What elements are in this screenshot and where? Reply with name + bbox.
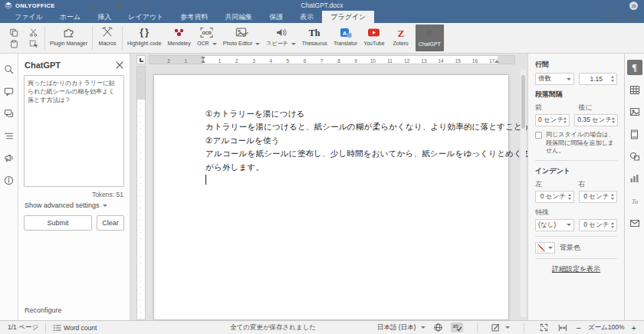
show-advanced-settings-link[interactable]: 詳細設定を表示	[535, 264, 617, 274]
image-settings-icon[interactable]	[627, 104, 642, 120]
right-indent-marker[interactable]	[495, 60, 499, 63]
spell-check-button[interactable]: ab	[451, 323, 463, 332]
document-page[interactable]: ①カトラリーを湯につける カトラリーを湯につけると、紙シールの糊が柔らかくなり、…	[153, 74, 509, 320]
prompt-input[interactable]: 買ったばかりのカトラリーに貼られた紙シールの糊を効率よく落とす方法は？	[24, 75, 124, 187]
tab-layout[interactable]: レイアウト	[120, 11, 172, 23]
spacing-after-spinner[interactable]: 0.35 センチ	[574, 114, 618, 126]
same-style-checkbox[interactable]	[535, 132, 542, 139]
indent-right-spinner[interactable]: 0 センチ	[579, 191, 618, 203]
shape-settings-icon[interactable]	[627, 149, 642, 164]
line-spacing-spinner[interactable]: 1.15	[579, 73, 618, 85]
save-icon[interactable]	[90, 2, 97, 9]
spinner-arrows-icon[interactable]	[611, 194, 614, 200]
tab-stop-selector[interactable]	[136, 55, 146, 64]
left-indent-marker[interactable]	[201, 60, 205, 63]
ruler-number: 15	[449, 58, 466, 64]
word-count-icon	[53, 324, 61, 332]
chat-icon[interactable]	[3, 107, 15, 120]
select-all-icon[interactable]	[29, 40, 38, 48]
scrollbar-thumb[interactable]	[521, 75, 525, 129]
track-changes-button[interactable]	[491, 323, 510, 332]
spinner-arrows-icon[interactable]	[611, 76, 614, 82]
table-settings-icon[interactable]	[627, 82, 642, 97]
spinner-arrows-icon[interactable]	[612, 117, 615, 123]
indent-label: インデント	[535, 166, 617, 176]
tab-protection[interactable]: 保護	[261, 11, 291, 23]
horizontal-ruler[interactable]: 211234567891011121314151617	[149, 55, 515, 64]
background-color-label: 背景色	[560, 243, 580, 253]
no-fill-swatch	[537, 244, 545, 252]
reconfigure-link[interactable]: Reconfigure	[25, 306, 62, 314]
paragraph-settings-icon[interactable]: ¶	[627, 60, 642, 75]
indent-left-label: 左	[535, 179, 574, 189]
tab-file[interactable]: ファイル	[6, 11, 51, 23]
navigation-icon[interactable]	[3, 129, 15, 142]
mendeley-button[interactable]: Mendeley	[164, 23, 193, 53]
chart-settings-icon[interactable]	[627, 171, 642, 186]
divider	[535, 236, 617, 237]
tab-home[interactable]: ホーム	[51, 11, 89, 23]
avatar[interactable]: JS	[629, 2, 638, 10]
header-footer-settings-icon[interactable]	[627, 126, 642, 142]
clear-button[interactable]: Clear	[97, 215, 124, 231]
tab-collaboration[interactable]: 共同編集	[216, 11, 261, 23]
ruler-number: 5	[279, 58, 296, 64]
macros-button[interactable]: Macros	[94, 23, 120, 53]
document-area: 211234567891011121314151617 ①カトラリーを湯につける…	[130, 54, 527, 320]
document-scrollbar[interactable]	[521, 69, 526, 317]
show-advanced-settings[interactable]: Show advanced settings	[25, 201, 123, 209]
chatgpt-button[interactable]: ChatGPT	[416, 25, 444, 51]
cut-icon[interactable]	[29, 28, 38, 37]
fit-page-button[interactable]	[538, 323, 550, 332]
close-icon[interactable]	[116, 61, 123, 69]
copy-icon[interactable]	[10, 28, 18, 37]
undo-icon[interactable]	[144, 2, 152, 8]
comments-icon[interactable]	[3, 85, 15, 97]
word-count-button[interactable]: Word count	[53, 324, 97, 332]
spinner-arrows-icon[interactable]	[611, 222, 614, 228]
spinner-arrows-icon[interactable]	[564, 117, 567, 123]
about-icon[interactable]	[3, 174, 15, 186]
zotero-button[interactable]: Z Zotero	[388, 23, 414, 53]
language-selector[interactable]: 日本語 (日本)	[377, 323, 426, 332]
tab-plugins[interactable]: プラグイン	[322, 11, 374, 23]
tab-view[interactable]: 表示	[291, 11, 322, 23]
open-file-location-icon[interactable]	[606, 13, 616, 21]
thesaurus-button[interactable]: Th Thesaurus	[299, 23, 330, 53]
vertical-ruler[interactable]	[136, 66, 146, 320]
print-icon[interactable]	[117, 2, 124, 9]
translator-button[interactable]: A Translator	[330, 23, 360, 53]
document-language-button[interactable]	[432, 323, 444, 332]
submit-button[interactable]: Submit	[24, 215, 92, 231]
indent-left-spinner[interactable]: 0 センチ	[535, 191, 574, 203]
redo-icon[interactable]	[172, 2, 179, 8]
zoom-out-button[interactable]: −	[576, 323, 580, 332]
feedback-icon[interactable]	[3, 152, 15, 164]
document-line: ②アルコールを使う	[205, 134, 498, 147]
document-text[interactable]: ①カトラリーを湯につける カトラリーを湯につけると、紙シールの糊が柔らかくなり、…	[205, 107, 498, 174]
fit-width-button[interactable]	[557, 323, 569, 332]
ocr-button[interactable]: OCR OCR	[194, 23, 220, 53]
background-color-picker[interactable]	[535, 242, 555, 254]
highlight-code-button[interactable]: { } Highlight code	[124, 23, 164, 53]
zoom-level[interactable]: ズーム100%	[588, 323, 625, 332]
speech-button[interactable]: スピーチ	[263, 23, 299, 53]
spinner-arrows-icon[interactable]	[568, 194, 571, 200]
plugin-manager-button[interactable]: Plugin Manager	[47, 23, 90, 53]
paste-icon[interactable]	[10, 40, 18, 48]
page-indicator[interactable]: 1/1 ページ	[8, 323, 38, 332]
find-icon[interactable]	[3, 63, 15, 75]
spacing-before-spinner[interactable]: 0 センチ	[535, 114, 570, 126]
mail-merge-settings-icon[interactable]	[627, 215, 642, 231]
tab-insert[interactable]: 挿入	[89, 11, 120, 23]
special-indent-select[interactable]: (なし)	[535, 219, 574, 231]
ruler-number: 10	[364, 58, 381, 64]
line-spacing-select[interactable]: 倍数	[535, 73, 574, 85]
search-icon[interactable]	[626, 13, 635, 21]
text-art-settings-icon[interactable]: Ta	[627, 193, 642, 208]
zoom-in-button[interactable]: +	[632, 323, 636, 332]
youtube-button[interactable]: YouTube	[360, 23, 388, 53]
tab-references[interactable]: 参考資料	[172, 11, 216, 23]
photo-editor-button[interactable]: Photo Editor	[220, 23, 264, 53]
special-indent-spinner[interactable]: 0 センチ	[579, 219, 618, 231]
